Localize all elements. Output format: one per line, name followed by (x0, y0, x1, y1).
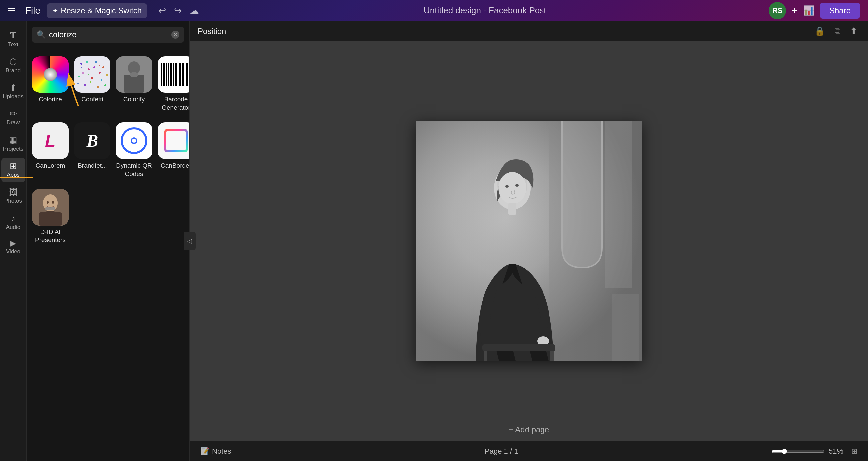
add-collaborator-button[interactable]: + (792, 4, 798, 17)
apps-icon: ⊞ (10, 162, 17, 170)
apps-grid: Colorize Confetti (27, 48, 189, 253)
export-icon[interactable]: ⬆ (847, 23, 860, 39)
notes-icon: 📝 (200, 447, 209, 456)
add-page-button[interactable]: + Add page (502, 422, 556, 438)
view-toggle-icon[interactable]: ⊞ (851, 447, 857, 456)
svg-point-20 (505, 185, 508, 188)
svg-rect-2 (124, 74, 144, 93)
sidebar-item-apps[interactable]: ⊞ Apps (1, 158, 25, 182)
redo-button[interactable]: ↪ (172, 3, 184, 18)
sidebar-item-text[interactable]: T Text (1, 27, 25, 52)
sidebar-label-projects: Projects (3, 146, 23, 152)
svg-rect-22 (508, 203, 516, 215)
sidebar-label-video: Video (6, 249, 20, 255)
brandfetch-icon: B (74, 122, 111, 159)
zoom-slider[interactable] (772, 449, 825, 454)
sidebar-item-draw[interactable]: ✏ Draw (1, 105, 25, 130)
did-face-svg (32, 189, 68, 226)
design-canvas[interactable] (416, 122, 642, 361)
sidebar-item-photos[interactable]: 🖼 Photos (1, 184, 25, 208)
canborder-icon (158, 122, 189, 159)
sidebar-item-brand[interactable]: ⬡ Brand (1, 53, 25, 78)
panel-collapse-button[interactable]: ◁ (184, 232, 196, 251)
barcode-icon (158, 56, 189, 93)
apps-panel: 🔍 ✕ Colorize (27, 21, 190, 461)
canvas-photo-svg (416, 122, 642, 361)
canlorem-icon: L (32, 122, 68, 159)
svg-point-7 (52, 201, 54, 203)
app-item-colorify[interactable]: Colorify (113, 51, 155, 117)
projects-icon: ▦ (9, 136, 17, 144)
app-item-qr[interactable]: Dynamic QR Codes (113, 117, 155, 183)
save-cloud-button[interactable]: ☁ (188, 3, 201, 18)
canvas-content: ↺ (190, 41, 868, 441)
search-box: 🔍 ✕ (27, 21, 189, 48)
main-layout: T Text ⬡ Brand ⬆ Uploads ✏ Draw ▦ Projec… (0, 21, 868, 461)
svg-point-6 (46, 201, 49, 203)
user-avatar[interactable]: RS (769, 2, 786, 19)
search-input-wrap: 🔍 ✕ (32, 27, 184, 42)
app-item-canborder[interactable]: CanBorder (155, 117, 189, 183)
copy-layers-icon[interactable]: ⧉ (832, 23, 843, 39)
did-label: D-ID AI Presenters (32, 228, 68, 244)
canvas-bottom-bar: 📝 Notes Page 1 / 1 51% ⊞ (190, 441, 868, 461)
app-item-colorize[interactable]: Colorize (29, 51, 71, 117)
canlorem-label: CanLorem (36, 162, 65, 170)
brandfetch-letter: B (87, 131, 98, 151)
qr-icon (116, 122, 152, 159)
sidebar-label-uploads: Uploads (3, 94, 23, 100)
photos-icon: 🖼 (9, 188, 18, 196)
undo-button[interactable]: ↩ (156, 3, 168, 18)
qr-dot (131, 137, 137, 144)
sidebar-item-video[interactable]: ▶ Video (1, 236, 25, 259)
app-item-brandfetch[interactable]: B Brandfet... (71, 117, 113, 183)
upload-icon: ⬆ (10, 84, 17, 92)
qr-label: Dynamic QR Codes (116, 162, 152, 178)
position-label: Position (198, 27, 226, 36)
text-icon: T (10, 31, 16, 40)
search-clear-button[interactable]: ✕ (172, 31, 179, 39)
analytics-button[interactable]: 📊 (803, 5, 815, 16)
search-icon: 🔍 (37, 30, 45, 39)
confetti-label: Confetti (81, 95, 103, 104)
colorify-label: Colorify (123, 95, 145, 104)
topbar: File ✦ Resize & Magic Switch ↩ ↪ ☁ Untit… (0, 0, 868, 21)
lock-icon[interactable]: 🔒 (812, 23, 828, 39)
svg-rect-8 (39, 212, 62, 226)
app-item-did[interactable]: D-ID AI Presenters (29, 184, 71, 250)
draw-icon: ✏ (10, 109, 17, 118)
brandfetch-label: Brandfet... (78, 162, 107, 170)
topbar-actions: ↩ ↪ ☁ (156, 3, 201, 18)
document-title: Untitled design - Facebook Post (208, 5, 762, 15)
app-item-canlorem[interactable]: L CanLorem (29, 117, 71, 183)
svg-rect-15 (606, 122, 632, 288)
barcode-lines (161, 63, 189, 86)
position-toolbar: Position 🔒 ⧉ ⬆ (190, 21, 868, 41)
sidebar-label-audio: Audio (6, 224, 20, 230)
svg-point-23 (537, 336, 549, 345)
svg-point-19 (498, 172, 526, 204)
svg-rect-16 (612, 294, 639, 361)
audio-icon: ♪ (11, 214, 15, 223)
svg-point-3 (130, 72, 138, 77)
sidebar-item-uploads[interactable]: ⬆ Uploads (1, 79, 25, 104)
notes-button[interactable]: 📝 Notes (200, 447, 231, 456)
panel-wrapper: 🔍 ✕ Colorize (27, 21, 190, 461)
barcode-label: Barcode Generator (158, 95, 189, 112)
resize-magic-switch-button[interactable]: ✦ Resize & Magic Switch (47, 3, 147, 18)
file-menu[interactable]: File (25, 5, 40, 16)
sidebar-item-projects[interactable]: ▦ Projects (1, 132, 25, 156)
app-item-confetti[interactable]: Confetti (71, 51, 113, 117)
zoom-controls: 51% (772, 447, 843, 456)
share-button[interactable]: Share (820, 3, 860, 19)
sidebar-item-audio[interactable]: ♪ Audio (1, 210, 25, 234)
colorize-icon (32, 56, 68, 93)
sidebar-label-brand: Brand (6, 67, 21, 74)
canborder-inner (166, 131, 186, 150)
confetti-icon (74, 56, 111, 93)
search-input[interactable] (49, 30, 168, 39)
did-icon (32, 189, 68, 226)
app-item-barcode[interactable]: Barcode Generator (155, 51, 189, 117)
canborder-square (164, 129, 188, 152)
menu-icon[interactable] (8, 5, 19, 16)
